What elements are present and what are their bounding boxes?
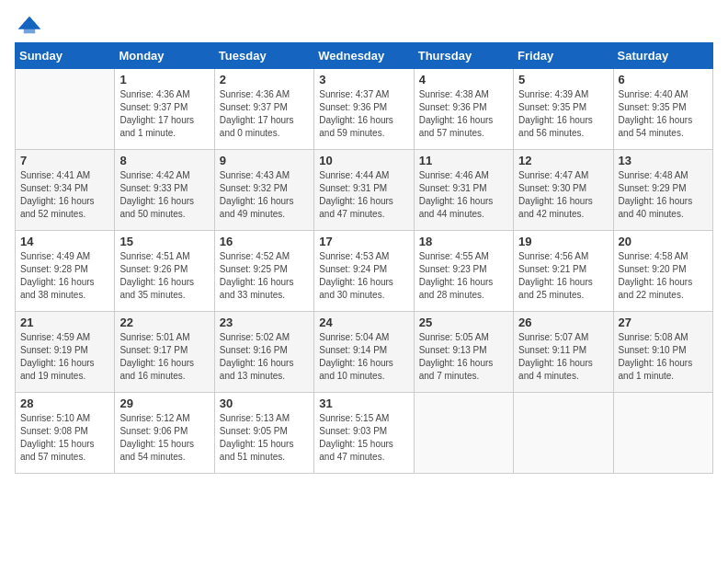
weekday-header: Saturday — [613, 43, 712, 69]
calendar-day-cell: 22Sunrise: 5:01 AMSunset: 9:17 PMDayligh… — [115, 312, 214, 393]
weekday-header: Thursday — [414, 43, 513, 69]
day-number: 23 — [220, 316, 309, 329]
calendar-day-cell: 14Sunrise: 4:49 AMSunset: 9:28 PMDayligh… — [16, 231, 115, 312]
day-number: 18 — [419, 235, 508, 248]
day-number: 27 — [619, 316, 708, 329]
day-number: 4 — [419, 73, 508, 86]
day-info: Sunrise: 4:43 AMSunset: 9:32 PMDaylight:… — [220, 169, 309, 221]
calendar-day-cell: 26Sunrise: 5:07 AMSunset: 9:11 PMDayligh… — [514, 312, 613, 393]
logo-icon — [17, 15, 42, 35]
day-info: Sunrise: 4:58 AMSunset: 9:20 PMDaylight:… — [619, 250, 708, 302]
calendar-week-row: 14Sunrise: 4:49 AMSunset: 9:28 PMDayligh… — [16, 231, 713, 312]
calendar-day-cell: 4Sunrise: 4:38 AMSunset: 9:36 PMDaylight… — [414, 69, 513, 150]
day-number: 3 — [319, 73, 408, 86]
calendar-day-cell: 20Sunrise: 4:58 AMSunset: 9:20 PMDayligh… — [613, 231, 712, 312]
day-info: Sunrise: 4:36 AMSunset: 9:37 PMDaylight:… — [119, 88, 209, 140]
calendar-day-cell: 23Sunrise: 5:02 AMSunset: 9:16 PMDayligh… — [214, 312, 313, 393]
day-info: Sunrise: 4:47 AMSunset: 9:30 PMDaylight:… — [518, 169, 608, 221]
day-number: 1 — [119, 73, 209, 86]
calendar-day-cell — [514, 393, 613, 474]
calendar-day-cell: 24Sunrise: 5:04 AMSunset: 9:14 PMDayligh… — [314, 312, 414, 393]
day-info: Sunrise: 5:07 AMSunset: 9:11 PMDaylight:… — [518, 331, 608, 383]
day-info: Sunrise: 5:01 AMSunset: 9:17 PMDaylight:… — [119, 331, 209, 383]
page-header — [15, 15, 713, 35]
calendar-day-cell: 9Sunrise: 4:43 AMSunset: 9:32 PMDaylight… — [214, 150, 313, 231]
calendar-day-cell: 5Sunrise: 4:39 AMSunset: 9:35 PMDaylight… — [514, 69, 613, 150]
day-number: 5 — [518, 73, 608, 86]
day-number: 20 — [619, 235, 708, 248]
day-info: Sunrise: 4:49 AMSunset: 9:28 PMDaylight:… — [20, 250, 109, 302]
calendar-table: SundayMondayTuesdayWednesdayThursdayFrid… — [15, 42, 713, 474]
day-number: 8 — [119, 154, 209, 167]
calendar-body: 1Sunrise: 4:36 AMSunset: 9:37 PMDaylight… — [16, 69, 713, 474]
day-info: Sunrise: 4:52 AMSunset: 9:25 PMDaylight:… — [220, 250, 309, 302]
day-info: Sunrise: 4:37 AMSunset: 9:36 PMDaylight:… — [319, 88, 408, 140]
calendar-day-cell: 1Sunrise: 4:36 AMSunset: 9:37 PMDaylight… — [115, 69, 214, 150]
logo — [15, 15, 46, 35]
day-number: 14 — [20, 235, 109, 248]
day-number: 31 — [319, 396, 408, 410]
calendar-day-cell: 28Sunrise: 5:10 AMSunset: 9:08 PMDayligh… — [16, 393, 115, 474]
day-number: 13 — [619, 154, 708, 167]
day-number: 22 — [119, 316, 209, 329]
day-number: 21 — [20, 316, 109, 329]
weekday-header: Monday — [115, 43, 214, 69]
calendar-day-cell: 21Sunrise: 4:59 AMSunset: 9:19 PMDayligh… — [16, 312, 115, 393]
day-number: 10 — [319, 154, 408, 167]
day-info: Sunrise: 4:46 AMSunset: 9:31 PMDaylight:… — [419, 169, 508, 221]
day-number: 9 — [220, 154, 309, 167]
calendar-day-cell: 2Sunrise: 4:36 AMSunset: 9:37 PMDaylight… — [214, 69, 313, 150]
day-info: Sunrise: 5:08 AMSunset: 9:10 PMDaylight:… — [619, 331, 708, 383]
calendar-day-cell: 8Sunrise: 4:42 AMSunset: 9:33 PMDaylight… — [115, 150, 214, 231]
day-number: 24 — [319, 316, 408, 329]
calendar-day-cell: 17Sunrise: 4:53 AMSunset: 9:24 PMDayligh… — [314, 231, 414, 312]
calendar-day-cell: 19Sunrise: 4:56 AMSunset: 9:21 PMDayligh… — [514, 231, 613, 312]
calendar-day-cell: 25Sunrise: 5:05 AMSunset: 9:13 PMDayligh… — [414, 312, 513, 393]
calendar-week-row: 21Sunrise: 4:59 AMSunset: 9:19 PMDayligh… — [16, 312, 713, 393]
calendar-day-cell: 30Sunrise: 5:13 AMSunset: 9:05 PMDayligh… — [214, 393, 313, 474]
day-info: Sunrise: 5:15 AMSunset: 9:03 PMDaylight:… — [319, 412, 408, 464]
day-number: 7 — [20, 154, 109, 167]
day-number: 25 — [419, 316, 508, 329]
calendar-day-cell: 7Sunrise: 4:41 AMSunset: 9:34 PMDaylight… — [16, 150, 115, 231]
day-number: 26 — [518, 316, 608, 329]
calendar-day-cell — [613, 393, 712, 474]
calendar-day-cell: 27Sunrise: 5:08 AMSunset: 9:10 PMDayligh… — [613, 312, 712, 393]
day-number: 17 — [319, 235, 408, 248]
day-info: Sunrise: 5:13 AMSunset: 9:05 PMDaylight:… — [220, 412, 309, 464]
weekday-header: Wednesday — [314, 43, 414, 69]
day-info: Sunrise: 4:39 AMSunset: 9:35 PMDaylight:… — [518, 88, 608, 140]
day-number: 16 — [220, 235, 309, 248]
day-info: Sunrise: 4:42 AMSunset: 9:33 PMDaylight:… — [119, 169, 209, 221]
day-info: Sunrise: 4:53 AMSunset: 9:24 PMDaylight:… — [319, 250, 408, 302]
day-info: Sunrise: 5:02 AMSunset: 9:16 PMDaylight:… — [220, 331, 309, 383]
calendar-day-cell: 15Sunrise: 4:51 AMSunset: 9:26 PMDayligh… — [115, 231, 214, 312]
svg-marker-1 — [24, 22, 35, 33]
calendar-day-cell: 11Sunrise: 4:46 AMSunset: 9:31 PMDayligh… — [414, 150, 513, 231]
day-info: Sunrise: 5:04 AMSunset: 9:14 PMDaylight:… — [319, 331, 408, 383]
weekday-header: Tuesday — [214, 43, 313, 69]
calendar-day-cell — [16, 69, 115, 150]
calendar-day-cell: 16Sunrise: 4:52 AMSunset: 9:25 PMDayligh… — [214, 231, 313, 312]
calendar-day-cell — [414, 393, 513, 474]
day-info: Sunrise: 5:10 AMSunset: 9:08 PMDaylight:… — [20, 412, 109, 464]
calendar-day-cell: 6Sunrise: 4:40 AMSunset: 9:35 PMDaylight… — [613, 69, 712, 150]
day-number: 11 — [419, 154, 508, 167]
calendar-week-row: 7Sunrise: 4:41 AMSunset: 9:34 PMDaylight… — [16, 150, 713, 231]
day-info: Sunrise: 4:41 AMSunset: 9:34 PMDaylight:… — [20, 169, 109, 221]
day-number: 2 — [220, 73, 309, 86]
day-number: 28 — [20, 396, 109, 410]
weekday-row: SundayMondayTuesdayWednesdayThursdayFrid… — [16, 43, 713, 69]
day-info: Sunrise: 5:05 AMSunset: 9:13 PMDaylight:… — [419, 331, 508, 383]
calendar-day-cell: 29Sunrise: 5:12 AMSunset: 9:06 PMDayligh… — [115, 393, 214, 474]
day-number: 15 — [119, 235, 209, 248]
calendar-week-row: 1Sunrise: 4:36 AMSunset: 9:37 PMDaylight… — [16, 69, 713, 150]
day-info: Sunrise: 4:38 AMSunset: 9:36 PMDaylight:… — [419, 88, 508, 140]
calendar-day-cell: 18Sunrise: 4:55 AMSunset: 9:23 PMDayligh… — [414, 231, 513, 312]
day-info: Sunrise: 5:12 AMSunset: 9:06 PMDaylight:… — [119, 412, 209, 464]
calendar-day-cell: 10Sunrise: 4:44 AMSunset: 9:31 PMDayligh… — [314, 150, 414, 231]
calendar-day-cell: 31Sunrise: 5:15 AMSunset: 9:03 PMDayligh… — [314, 393, 414, 474]
day-number: 29 — [119, 396, 209, 410]
calendar-header: SundayMondayTuesdayWednesdayThursdayFrid… — [16, 43, 713, 69]
weekday-header: Sunday — [16, 43, 115, 69]
